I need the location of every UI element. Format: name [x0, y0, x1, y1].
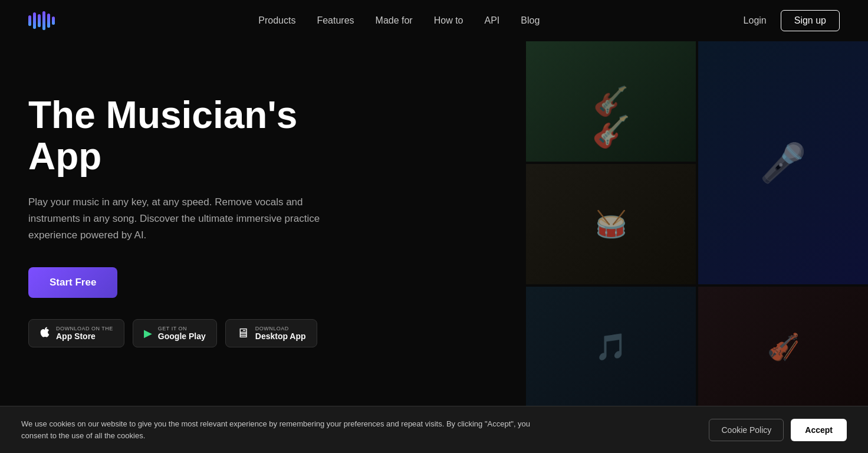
start-free-button[interactable]: Start Free	[28, 267, 117, 298]
googleplay-button[interactable]: ▶ Get it on Google Play	[133, 319, 217, 347]
desktop-large-label: Desktop App	[255, 331, 306, 341]
nav-links: Products Features Made for How to API Bl…	[258, 15, 540, 26]
appstore-small-label: Download on the	[56, 326, 113, 331]
nav-item-products[interactable]: Products	[258, 15, 295, 26]
accept-button[interactable]: Accept	[791, 419, 847, 441]
hero-title: The Musician's App	[28, 94, 370, 178]
nav-item-features[interactable]: Features	[317, 15, 354, 26]
desktop-button[interactable]: 🖥 Download Desktop App	[225, 319, 317, 347]
desktop-icon: 🖥	[236, 327, 249, 340]
nav-auth: Login Sign up	[744, 10, 840, 31]
cookie-policy-button[interactable]: Cookie Policy	[709, 419, 784, 441]
hero-image-5: 🎻	[698, 287, 868, 407]
apple-icon	[40, 326, 50, 341]
nav-item-how-to[interactable]: How to	[434, 15, 463, 26]
googleplay-icon: ▶	[144, 328, 152, 339]
nav-item-made-for[interactable]: Made for	[376, 15, 413, 26]
googleplay-large-label: Google Play	[158, 331, 206, 341]
hero-section: The Musician's App Play your music in an…	[0, 41, 868, 407]
hero-subtitle: Play your music in any key, at any speed…	[28, 194, 323, 244]
nav-item-blog[interactable]: Blog	[521, 15, 540, 26]
hero-images: 🎸 🎤 🥁 🎵 🎻	[526, 41, 868, 407]
download-buttons: Download on the App Store ▶ Get it on Go…	[28, 319, 370, 347]
login-button[interactable]: Login	[744, 15, 767, 26]
appstore-button[interactable]: Download on the App Store	[28, 319, 124, 347]
hero-image-3: 🥁	[526, 164, 696, 284]
logo-icon	[28, 11, 55, 30]
hero-image-1: 🎸	[526, 41, 696, 162]
navbar: Products Features Made for How to API Bl…	[0, 0, 868, 41]
appstore-large-label: App Store	[56, 331, 113, 341]
googleplay-small-label: Get it on	[158, 326, 206, 331]
cookie-buttons: Cookie Policy Accept	[709, 419, 847, 441]
cookie-banner: We use cookies on our website to give yo…	[0, 406, 868, 453]
desktop-small-label: Download	[255, 326, 306, 331]
nav-item-api[interactable]: API	[484, 15, 499, 26]
cookie-message: We use cookies on our website to give yo…	[21, 418, 552, 441]
hero-image-2: 🎤	[698, 41, 868, 284]
hero-image-4: 🎵	[526, 287, 696, 407]
hero-content: The Musician's App Play your music in an…	[28, 59, 370, 347]
logo[interactable]	[28, 11, 55, 30]
signup-button[interactable]: Sign up	[781, 10, 840, 31]
